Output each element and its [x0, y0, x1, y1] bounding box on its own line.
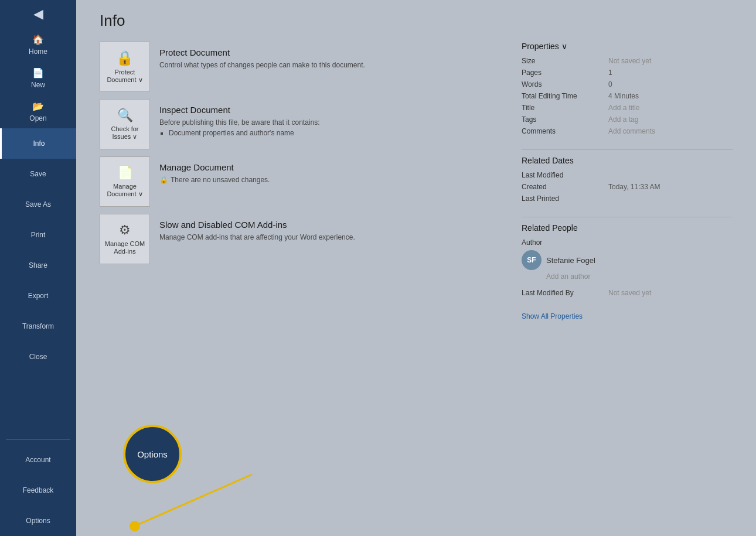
- sidebar-item-account[interactable]: Account: [0, 445, 76, 475]
- manage-document-card: 📄 ManageDocument ∨ Manage Document 🔒Ther…: [100, 156, 498, 207]
- main-content: Info 🔒 ProtectDocument ∨ Protect Documen…: [76, 0, 756, 536]
- editing-time-label: Total Editing Time: [522, 91, 604, 101]
- inspect-document-title: Inspect Document: [159, 105, 320, 115]
- protect-document-desc: Control what types of changes people can…: [159, 60, 365, 70]
- sidebar-item-transform-label: Transform: [22, 322, 54, 330]
- com-addins-icon: ⚙: [119, 223, 131, 238]
- protect-document-text: Protect Document Control what types of c…: [159, 42, 365, 70]
- last-modified-by-label: Last Modified By: [522, 288, 604, 298]
- words-label: Words: [522, 79, 604, 90]
- author-name: Stefanie Fogel: [546, 256, 595, 265]
- comments-value[interactable]: Add comments: [608, 126, 733, 136]
- inspect-document-icon: 🔍: [117, 108, 133, 123]
- sidebar-item-options[interactable]: Options: [0, 506, 76, 536]
- sidebar-item-close-label: Close: [29, 353, 47, 361]
- protect-document-card: 🔒 ProtectDocument ∨ Protect Document Con…: [100, 42, 498, 92]
- last-modified-label: Last Modified: [522, 170, 604, 180]
- new-icon: 📄: [32, 67, 44, 78]
- com-addins-icon-label: Manage COMAdd-ins: [105, 240, 145, 255]
- sidebar-item-feedback[interactable]: Feedback: [0, 475, 76, 506]
- last-modified-value: [608, 170, 733, 180]
- properties-panel: Properties ∨ Size Not saved yet Pages 1 …: [522, 42, 733, 524]
- tags-label: Tags: [522, 114, 604, 125]
- sidebar-item-export[interactable]: Export: [0, 281, 76, 311]
- properties-table: Size Not saved yet Pages 1 Words 0 Total…: [522, 56, 733, 136]
- size-label: Size: [522, 56, 604, 66]
- sidebar-item-save[interactable]: Save: [0, 159, 76, 189]
- related-dates-divider: [522, 149, 733, 150]
- back-button[interactable]: ◀: [0, 0, 76, 28]
- manage-document-text: Manage Document 🔒There are no unsaved ch…: [159, 156, 270, 185]
- editing-time-value: 4 Minutes: [608, 91, 733, 101]
- inspect-document-bullet-1: Document properties and author's name: [169, 128, 320, 138]
- last-modified-by-value: Not saved yet: [608, 288, 733, 298]
- sidebar-item-transform[interactable]: Transform: [0, 311, 76, 342]
- sidebar-item-info[interactable]: Info: [0, 128, 76, 159]
- sidebar-item-print-label: Print: [31, 231, 46, 239]
- last-printed-label: Last Printed: [522, 193, 604, 204]
- sidebar-item-share[interactable]: Share: [0, 250, 76, 281]
- sidebar-item-print[interactable]: Print: [0, 220, 76, 250]
- author-label-row: Author: [522, 237, 733, 248]
- properties-section-title[interactable]: Properties ∨: [522, 42, 733, 51]
- com-addins-card: ⚙ Manage COMAdd-ins Slow and Disabled CO…: [100, 214, 498, 264]
- com-addins-text: Slow and Disabled COM Add-ins Manage COM…: [159, 214, 355, 243]
- inspect-document-icon-label: Check forIssues ∨: [111, 125, 138, 141]
- sidebar-item-save-as-label: Save As: [25, 200, 51, 209]
- cards-column: 🔒 ProtectDocument ∨ Protect Document Con…: [100, 42, 498, 524]
- created-label: Created: [522, 182, 604, 192]
- manage-document-desc: 🔒There are no unsaved changes.: [159, 175, 270, 185]
- sidebar-nav: 🏠 Home 📄 New 📂 Open Info Save Save As Pr…: [0, 28, 76, 435]
- manage-document-button[interactable]: 📄 ManageDocument ∨: [100, 156, 150, 207]
- protect-document-title: Protect Document: [159, 47, 365, 57]
- manage-document-title: Manage Document: [159, 162, 270, 172]
- com-addins-title: Slow and Disabled COM Add-ins: [159, 220, 355, 230]
- protect-document-icon-label: ProtectDocument ∨: [107, 69, 142, 84]
- manage-document-icon-label: ManageDocument ∨: [107, 183, 142, 198]
- author-avatar: SF: [522, 250, 542, 270]
- sidebar-item-account-label: Account: [25, 456, 50, 464]
- sidebar-item-export-label: Export: [28, 292, 49, 300]
- related-dates-title: Related Dates: [522, 156, 733, 165]
- add-author-link[interactable]: Add an author: [546, 272, 733, 281]
- sidebar-bottom: Account Feedback Options: [0, 445, 76, 536]
- home-icon: 🏠: [32, 34, 44, 45]
- show-all-properties-link[interactable]: Show All Properties: [522, 312, 733, 320]
- sidebar-item-save-label: Save: [30, 170, 46, 178]
- related-people-title: Related People: [522, 223, 733, 233]
- back-icon: ◀: [33, 6, 43, 22]
- inspect-document-desc: Before publishing this file, be aware th…: [159, 117, 320, 138]
- comments-label: Comments: [522, 126, 604, 136]
- related-dates-table: Last Modified Created Today, 11:33 AM La…: [522, 170, 733, 204]
- title-label: Title: [522, 103, 604, 113]
- sidebar-item-new[interactable]: 📄 New: [0, 62, 76, 95]
- sidebar-item-home[interactable]: 🏠 Home: [0, 28, 76, 62]
- sidebar-item-close[interactable]: Close: [0, 342, 76, 372]
- created-value: Today, 11:33 AM: [608, 182, 733, 192]
- author-row: SF Stefanie Fogel: [522, 250, 733, 270]
- sidebar-divider: [6, 439, 70, 440]
- sidebar-item-home-label: Home: [29, 47, 47, 56]
- author-label: Author: [522, 237, 604, 248]
- inspect-document-button[interactable]: 🔍 Check forIssues ∨: [100, 99, 150, 149]
- protect-document-icon: 🔒: [116, 50, 134, 66]
- inspect-document-card: 🔍 Check forIssues ∨ Inspect Document Bef…: [100, 99, 498, 149]
- sidebar-item-feedback-label: Feedback: [23, 486, 54, 494]
- sidebar-item-info-label: Info: [33, 139, 45, 148]
- pages-label: Pages: [522, 67, 604, 78]
- inspect-document-bullets: Document properties and author's name: [169, 128, 320, 138]
- page-title: Info: [76, 0, 756, 36]
- last-printed-value: [608, 193, 733, 204]
- content-area: 🔒 ProtectDocument ∨ Protect Document Con…: [76, 36, 756, 536]
- inspect-document-text: Inspect Document Before publishing this …: [159, 99, 320, 138]
- sidebar-item-save-as[interactable]: Save As: [0, 189, 76, 220]
- com-addins-button[interactable]: ⚙ Manage COMAdd-ins: [100, 214, 150, 264]
- sidebar-item-new-label: New: [31, 81, 45, 89]
- pages-value: 1: [608, 67, 733, 78]
- tags-value[interactable]: Add a tag: [608, 114, 733, 125]
- protect-document-button[interactable]: 🔒 ProtectDocument ∨: [100, 42, 150, 92]
- sidebar-item-options-label: Options: [26, 517, 50, 525]
- sidebar-item-open[interactable]: 📂 Open: [0, 95, 76, 128]
- manage-document-icon: 📄: [117, 165, 133, 180]
- title-value[interactable]: Add a title: [608, 103, 733, 113]
